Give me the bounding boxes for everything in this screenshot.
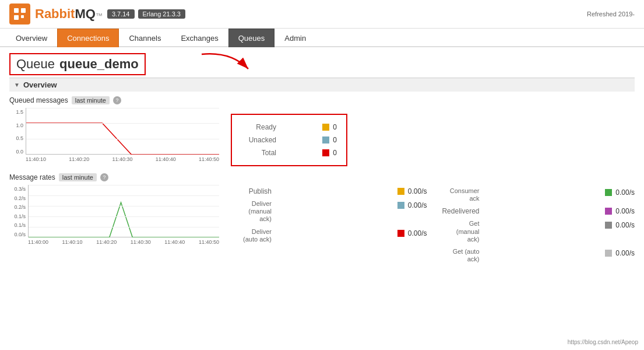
svg-rect-1 [21,8,26,13]
ready-value: 0 [322,123,337,131]
footer-link: https://blog.csdn.net/Apeop [568,339,638,345]
rates-area: 0.3/s 0.2/s 0.2/s 0.1/s 0.1/s 0.0/s [9,185,635,265]
queue-prefix: Queue [16,57,55,72]
unacked-label: Unacked [241,136,276,144]
chart2-y-axis: 0.3/s 0.2/s 0.2/s 0.1/s 0.1/s 0.0/s [9,185,28,237]
get-auto-label: Get (autoack) [433,248,480,263]
stats-area: Ready 0 Unacked 0 Total [231,108,347,166]
logo: RabbitMQ™ 3.7.14 Erlang 21.3.3 [9,4,185,24]
unacked-stat: Unacked 0 [241,134,337,146]
consumer-ack-rate: Consumerack 0.00/s [433,185,635,205]
svg-rect-3 [21,15,24,18]
get-manual-rate: Get(manualack) 0.00/s [433,218,635,246]
chart2-svg [29,185,219,237]
chart1-svg [26,108,219,155]
deliver-manual-value: 0.00/s [397,200,427,209]
annotation-arrow [196,48,254,78]
logo-wordmark: RabbitMQ™ [35,6,103,22]
rates-right-stats: Consumerack 0.00/s Redelivered 0.00/s Ge… [433,185,635,265]
deliver-auto-dot [397,230,404,237]
publish-dot [397,188,404,195]
redelivered-value: 0.00/s [605,207,635,215]
get-auto-rate: Get (autoack) 0.00/s [433,246,635,265]
rabbitmq-icon [9,4,30,24]
deliver-manual-label: Deliver(manualack) [225,200,272,223]
refreshed-text: Refreshed 2019- [587,10,635,18]
redelivered-dot [605,208,612,215]
get-manual-label: Get(manualack) [433,220,480,243]
stats-box: Ready 0 Unacked 0 Total [231,114,347,166]
publish-rate: Publish 0.00/s [225,185,427,198]
queued-messages-chart: 1.5 1.0 0.5 0.0 [9,108,219,166]
version-badges: 3.7.14 Erlang 21.3.3 [107,9,185,19]
chart2-x-axis: 11:40:00 11:40:10 11:40:20 11:40:30 11:4… [28,237,219,245]
consumer-ack-value: 0.00/s [605,187,635,197]
nav-overview[interactable]: Overview [6,29,57,47]
section-toggle-icon: ▼ [14,82,20,88]
version-badge: 3.7.14 [107,9,135,19]
deliver-auto-label: Deliver(auto ack) [225,228,272,243]
ready-stat: Ready 0 [241,121,337,134]
top-bar: RabbitMQ™ 3.7.14 Erlang 21.3.3 Refreshed… [0,0,644,29]
svg-rect-0 [14,8,19,13]
get-auto-dot [605,250,612,257]
nav-exchanges[interactable]: Exchanges [171,29,228,47]
unacked-dot [322,136,329,144]
queue-name: queue_demo [59,57,139,72]
deliver-manual-rate: Deliver(manualack) 0.00/s [225,198,427,226]
nav-queues[interactable]: Queues [228,29,275,47]
deliver-auto-value: 0.00/s [397,228,427,237]
queued-messages-help[interactable]: ? [113,96,121,104]
total-dot [322,149,329,156]
consumer-ack-label: Consumerack [433,187,480,202]
redelivered-label: Redelivered [433,207,480,215]
section-label: Overview [23,80,57,89]
svg-rect-2 [14,15,19,20]
nav-channels[interactable]: Channels [119,29,171,47]
queued-messages-label: Queued messages last minute ? [9,96,635,104]
rates-chart: 0.3/s 0.2/s 0.2/s 0.1/s 0.1/s 0.0/s [9,185,219,265]
total-value: 0 [322,149,337,157]
chart1-area [26,108,219,155]
unacked-value: 0 [322,136,337,144]
nav-connections[interactable]: Connections [57,29,119,47]
ready-label: Ready [241,123,276,131]
total-label: Total [241,149,276,157]
chart1-x-axis: 11:40:10 11:40:20 11:40:30 11:40:40 11:4… [26,155,219,162]
chart2-area [28,185,219,237]
rates-last-minute-tag[interactable]: last minute [59,173,97,181]
message-rates-label: Message rates last minute ? [9,173,635,181]
queue-title-box: Queue queue_demo [9,53,146,75]
overview-section-header[interactable]: ▼ Overview [9,78,635,92]
publish-value: 0.00/s [397,187,427,195]
rates-left-stats: Publish 0.00/s Deliver(manualack) 0.00/s… [225,185,427,265]
ready-dot [322,124,329,131]
page-content: Queue queue_demo ▼ Overview Queued messa… [0,47,644,271]
nav-admin[interactable]: Admin [275,29,316,47]
deliver-auto-rate: Deliver(auto ack) 0.00/s [225,226,427,246]
redelivered-rate: Redelivered 0.00/s [433,205,635,218]
publish-label: Publish [225,187,272,195]
queue-title-area: Queue queue_demo [9,53,635,75]
rates-help[interactable]: ? [100,173,108,181]
get-manual-value: 0.00/s [605,220,635,229]
consumer-ack-dot [605,189,612,196]
last-minute-tag[interactable]: last minute [72,96,110,104]
get-auto-value: 0.00/s [605,248,635,257]
message-rates-section: Message rates last minute ? 0.3/s 0.2/s … [9,173,635,265]
total-stat: Total 0 [241,146,337,159]
deliver-manual-dot [397,202,404,209]
get-manual-dot [605,222,612,229]
chart1-y-axis: 1.5 1.0 0.5 0.0 [9,108,26,155]
erlang-badge: Erlang 21.3.3 [138,9,185,19]
queued-messages-area: 1.5 1.0 0.5 0.0 [9,108,635,166]
main-nav: Overview Connections Channels Exchanges … [0,29,644,47]
